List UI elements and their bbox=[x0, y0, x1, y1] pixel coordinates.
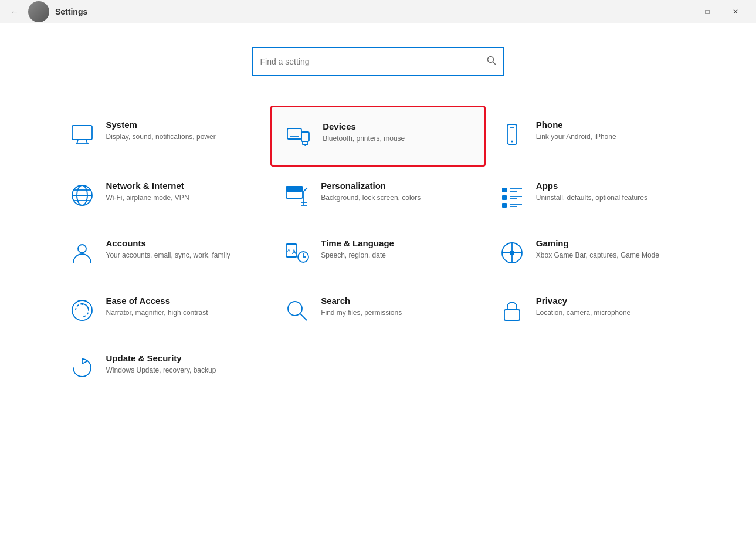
main-content: System Display, sound, notifications, po… bbox=[0, 23, 756, 555]
setting-item-search[interactable]: Search Find my files, permissions bbox=[270, 282, 486, 339]
setting-text-gaming: Gaming Xbox Game Bar, captures, Game Mod… bbox=[536, 238, 659, 260]
setting-title-gaming: Gaming bbox=[536, 238, 659, 248]
svg-rect-49 bbox=[504, 310, 520, 320]
setting-desc-time: Speech, region, date bbox=[321, 251, 394, 260]
setting-item-privacy[interactable]: Privacy Location, camera, microphone bbox=[486, 282, 701, 339]
setting-text-accounts: Accounts Your accounts, email, sync, wor… bbox=[106, 238, 230, 260]
setting-desc-search: Find my files, permissions bbox=[321, 308, 402, 318]
svg-rect-2 bbox=[72, 126, 92, 140]
svg-point-46 bbox=[81, 303, 83, 305]
svg-rect-28 bbox=[502, 195, 507, 200]
setting-item-time[interactable]: A A Time & Language Speech, region, date bbox=[270, 224, 486, 282]
svg-point-34 bbox=[78, 245, 86, 253]
back-button[interactable]: ← bbox=[7, 5, 22, 19]
setting-item-gaming[interactable]: Gaming Xbox Game Bar, captures, Game Mod… bbox=[486, 224, 701, 282]
setting-desc-gaming: Xbox Game Bar, captures, Game Mode bbox=[536, 251, 659, 260]
setting-desc-phone: Link your Android, iPhone bbox=[536, 132, 616, 142]
apps-icon bbox=[497, 181, 527, 210]
time-icon: A A bbox=[282, 238, 311, 268]
setting-text-update: Update & Security Windows Update, recove… bbox=[106, 353, 216, 375]
setting-title-devices: Devices bbox=[323, 121, 405, 131]
setting-desc-network: Wi-Fi, airplane mode, VPN bbox=[106, 193, 189, 203]
svg-line-1 bbox=[493, 62, 496, 65]
setting-title-system: System bbox=[106, 120, 216, 130]
svg-line-48 bbox=[300, 314, 307, 320]
setting-desc-accounts: Your accounts, email, sync, work, family bbox=[106, 251, 230, 260]
svg-rect-6 bbox=[287, 128, 301, 139]
svg-line-4 bbox=[86, 140, 87, 144]
setting-item-network[interactable]: Network & Internet Wi-Fi, airplane mode,… bbox=[56, 167, 271, 224]
ease-icon bbox=[67, 296, 97, 325]
setting-title-ease: Ease of Access bbox=[106, 296, 208, 306]
setting-title-accounts: Accounts bbox=[106, 238, 230, 248]
setting-item-devices[interactable]: Devices Bluetooth, printers, mouse bbox=[270, 106, 486, 167]
setting-text-personalization: Personalization Background, lock screen,… bbox=[321, 181, 421, 203]
setting-title-network: Network & Internet bbox=[106, 181, 189, 191]
setting-item-system[interactable]: System Display, sound, notifications, po… bbox=[56, 106, 271, 167]
svg-rect-7 bbox=[301, 132, 309, 141]
setting-item-update[interactable]: Update & Security Windows Update, recove… bbox=[56, 339, 271, 397]
setting-desc-ease: Narrator, magnifier, high contrast bbox=[106, 308, 208, 318]
svg-point-47 bbox=[288, 302, 302, 316]
setting-title-update: Update & Security bbox=[106, 353, 216, 363]
svg-rect-25 bbox=[502, 188, 507, 192]
setting-item-personalization[interactable]: Personalization Background, lock screen,… bbox=[270, 167, 486, 224]
svg-point-13 bbox=[511, 141, 513, 143]
svg-text:A: A bbox=[292, 249, 296, 255]
phone-icon bbox=[497, 120, 527, 149]
setting-text-phone: Phone Link your Android, iPhone bbox=[536, 120, 616, 142]
avatar bbox=[28, 1, 49, 22]
setting-item-phone[interactable]: Phone Link your Android, iPhone bbox=[486, 106, 701, 167]
close-button[interactable]: ✕ bbox=[722, 2, 749, 21]
svg-rect-31 bbox=[502, 203, 507, 208]
setting-text-devices: Devices Bluetooth, printers, mouse bbox=[323, 121, 405, 144]
svg-point-0 bbox=[487, 57, 493, 63]
window-title: Settings bbox=[55, 7, 87, 16]
setting-text-time: Time & Language Speech, region, date bbox=[321, 238, 394, 260]
gaming-icon bbox=[497, 238, 527, 268]
setting-title-phone: Phone bbox=[536, 120, 616, 130]
setting-title-apps: Apps bbox=[536, 181, 647, 191]
search-icon bbox=[487, 56, 496, 67]
setting-desc-privacy: Location, camera, microphone bbox=[536, 308, 630, 318]
accounts-icon bbox=[67, 238, 97, 268]
minimize-button[interactable]: ─ bbox=[666, 2, 693, 21]
setting-title-privacy: Privacy bbox=[536, 296, 630, 306]
search-icon bbox=[282, 296, 311, 325]
svg-text:A: A bbox=[287, 248, 290, 252]
setting-desc-personalization: Background, lock screen, colors bbox=[321, 193, 421, 203]
network-icon bbox=[67, 181, 97, 210]
personalization-icon bbox=[282, 181, 311, 210]
setting-item-ease[interactable]: Ease of Access Narrator, magnifier, high… bbox=[56, 282, 271, 339]
setting-desc-apps: Uninstall, defaults, optional features bbox=[536, 193, 647, 203]
search-input[interactable] bbox=[260, 57, 487, 66]
setting-desc-system: Display, sound, notifications, power bbox=[106, 132, 216, 142]
svg-point-9 bbox=[304, 144, 306, 146]
titlebar-left: ← Settings bbox=[7, 1, 666, 22]
setting-title-search: Search bbox=[321, 296, 402, 306]
maximize-button[interactable]: □ bbox=[694, 2, 721, 21]
setting-text-system: System Display, sound, notifications, po… bbox=[106, 120, 216, 142]
settings-grid: System Display, sound, notifications, po… bbox=[56, 106, 701, 397]
setting-title-time: Time & Language bbox=[321, 238, 394, 248]
update-icon bbox=[67, 353, 97, 383]
setting-title-personalization: Personalization bbox=[321, 181, 421, 191]
system-icon bbox=[67, 120, 97, 149]
setting-text-network: Network & Internet Wi-Fi, airplane mode,… bbox=[106, 181, 189, 203]
setting-desc-update: Windows Update, recovery, backup bbox=[106, 366, 216, 375]
svg-point-44 bbox=[510, 251, 514, 255]
search-box[interactable] bbox=[252, 47, 504, 76]
search-container bbox=[35, 47, 721, 76]
privacy-icon bbox=[497, 296, 527, 325]
setting-text-ease: Ease of Access Narrator, magnifier, high… bbox=[106, 296, 208, 318]
svg-line-21 bbox=[304, 188, 307, 191]
setting-text-search: Search Find my files, permissions bbox=[321, 296, 402, 318]
setting-item-apps[interactable]: Apps Uninstall, defaults, optional featu… bbox=[486, 167, 701, 224]
setting-item-accounts[interactable]: Accounts Your accounts, email, sync, wor… bbox=[56, 224, 271, 282]
setting-desc-devices: Bluetooth, printers, mouse bbox=[323, 134, 405, 144]
setting-text-privacy: Privacy Location, camera, microphone bbox=[536, 296, 630, 318]
setting-text-apps: Apps Uninstall, defaults, optional featu… bbox=[536, 181, 647, 203]
svg-rect-20 bbox=[286, 187, 303, 191]
window-controls: ─ □ ✕ bbox=[666, 2, 749, 21]
svg-line-3 bbox=[77, 140, 78, 144]
